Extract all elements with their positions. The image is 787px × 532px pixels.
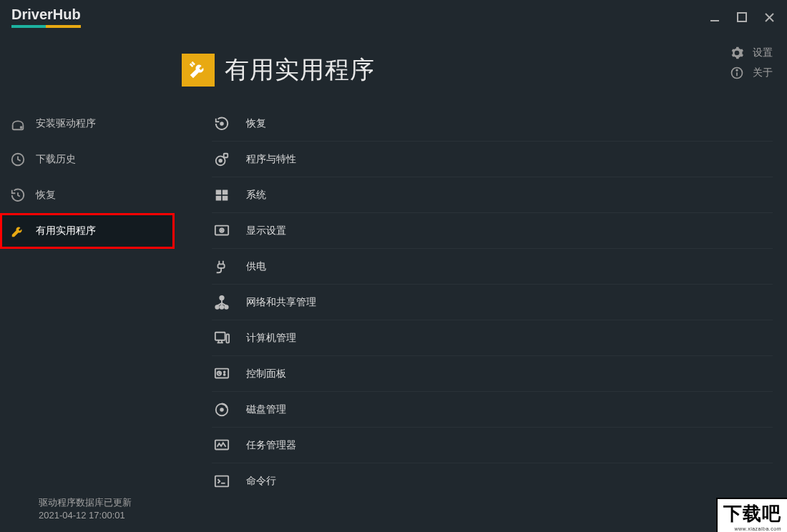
svg-point-8 bbox=[736, 69, 738, 71]
page-title-text: 有用实用程序 bbox=[225, 54, 375, 87]
svg-rect-14 bbox=[223, 189, 228, 194]
svg-point-9 bbox=[220, 122, 223, 125]
svg-point-19 bbox=[221, 230, 223, 231]
app-logo: DriverHub bbox=[11, 6, 81, 28]
tool-label: 网络和共享管理 bbox=[246, 296, 316, 309]
about-button[interactable]: 关于 bbox=[730, 66, 773, 80]
tool-label: 任务管理器 bbox=[246, 439, 296, 452]
content-header: 有用实用程序 设置 关于 bbox=[175, 34, 787, 106]
minimize-icon[interactable] bbox=[708, 11, 721, 24]
settings-label: 设置 bbox=[753, 46, 773, 59]
tool-label: 系统 bbox=[246, 189, 266, 202]
sidebar-item-label: 下载历史 bbox=[36, 153, 76, 166]
tool-label: 显示设置 bbox=[246, 225, 286, 237]
restore-icon bbox=[212, 116, 232, 132]
tools-icon bbox=[182, 54, 215, 87]
monitor-icon bbox=[212, 330, 232, 346]
tool-label: 供电 bbox=[246, 260, 266, 273]
tool-label: 计算机管理 bbox=[246, 332, 296, 345]
content: 有用实用程序 设置 关于 bbox=[175, 34, 787, 532]
tool-network[interactable]: 网络和共享管理 bbox=[212, 285, 773, 320]
svg-point-22 bbox=[215, 305, 219, 309]
display-icon bbox=[212, 223, 232, 239]
tool-list: 恢复 程序与特性 系统 显示设置 bbox=[175, 106, 787, 499]
sidebar-item-utilities[interactable]: 有用实用程序 bbox=[0, 213, 175, 249]
sidebar-item-label: 安装驱动程序 bbox=[36, 117, 96, 130]
tool-command-line[interactable]: 命令行 bbox=[212, 463, 773, 499]
svg-point-4 bbox=[21, 127, 22, 128]
clock-icon bbox=[0, 152, 36, 167]
tool-power[interactable]: 供电 bbox=[212, 249, 773, 285]
power-plug-icon bbox=[212, 259, 232, 275]
tool-disk-management[interactable]: 磁盘管理 bbox=[212, 392, 773, 428]
sidebar-footer: 驱动程序数据库已更新 2021-04-12 17:00:01 bbox=[0, 496, 175, 532]
svg-rect-25 bbox=[215, 332, 225, 340]
tool-display[interactable]: 显示设置 bbox=[212, 213, 773, 249]
tool-label: 恢复 bbox=[246, 117, 266, 130]
svg-rect-34 bbox=[215, 476, 228, 487]
tool-label: 磁盘管理 bbox=[246, 403, 286, 416]
activity-icon bbox=[212, 438, 232, 453]
disk-drive-icon bbox=[0, 116, 36, 132]
watermark: 下载吧 www.xiazaiba.com bbox=[716, 498, 787, 532]
tools-icon bbox=[0, 223, 36, 239]
info-icon bbox=[730, 66, 744, 80]
svg-point-11 bbox=[219, 159, 222, 162]
svg-point-23 bbox=[220, 305, 224, 309]
title-bar: DriverHub bbox=[0, 0, 787, 34]
main: 安装驱动程序 下载历史 恢复 有用实用程 bbox=[0, 34, 787, 532]
about-label: 关于 bbox=[753, 66, 773, 79]
sidebar-item-restore[interactable]: 恢复 bbox=[0, 177, 175, 213]
tool-programs-features[interactable]: 程序与特性 bbox=[212, 142, 773, 177]
footer-timestamp: 2021-04-12 17:00:01 bbox=[39, 509, 175, 522]
svg-rect-16 bbox=[223, 195, 228, 200]
tool-system[interactable]: 系统 bbox=[212, 177, 773, 213]
tool-computer-management[interactable]: 计算机管理 bbox=[212, 320, 773, 356]
maximize-icon[interactable] bbox=[735, 11, 748, 24]
svg-rect-12 bbox=[224, 153, 228, 157]
tool-restore[interactable]: 恢复 bbox=[212, 106, 773, 142]
svg-point-30 bbox=[224, 374, 225, 375]
svg-point-21 bbox=[220, 295, 224, 300]
tool-control-panel[interactable]: 控制面板 bbox=[212, 356, 773, 392]
sidebar-item-history[interactable]: 下载历史 bbox=[0, 142, 175, 177]
sidebar-item-install[interactable]: 安装驱动程序 bbox=[0, 106, 175, 142]
tool-task-manager[interactable]: 任务管理器 bbox=[212, 428, 773, 463]
windows-icon bbox=[212, 188, 232, 202]
sidebar-item-label: 有用实用程序 bbox=[36, 225, 96, 237]
watermark-text: 下载吧 bbox=[723, 501, 781, 526]
svg-point-32 bbox=[220, 408, 223, 411]
window-controls bbox=[708, 11, 776, 24]
svg-rect-26 bbox=[226, 334, 229, 343]
tool-label: 命令行 bbox=[246, 475, 276, 488]
tool-label: 程序与特性 bbox=[246, 153, 296, 166]
top-actions: 设置 关于 bbox=[730, 46, 773, 80]
page-title: 有用实用程序 bbox=[182, 54, 375, 87]
svg-rect-13 bbox=[216, 189, 222, 194]
terminal-icon bbox=[212, 473, 232, 489]
svg-point-29 bbox=[224, 371, 225, 373]
disc-icon bbox=[212, 152, 232, 167]
disc-icon bbox=[212, 402, 232, 418]
settings-button[interactable]: 设置 bbox=[730, 46, 773, 60]
footer-status: 驱动程序数据库已更新 bbox=[39, 496, 175, 509]
sidebar: 安装驱动程序 下载历史 恢复 有用实用程 bbox=[0, 34, 175, 532]
svg-rect-1 bbox=[738, 13, 746, 21]
watermark-url: www.xiazaiba.com bbox=[723, 526, 781, 531]
network-icon bbox=[212, 295, 232, 310]
tool-label: 控制面板 bbox=[246, 368, 286, 380]
svg-rect-15 bbox=[216, 195, 222, 200]
svg-rect-20 bbox=[218, 264, 225, 268]
control-panel-icon bbox=[212, 366, 232, 382]
svg-point-24 bbox=[225, 305, 228, 309]
close-icon[interactable] bbox=[763, 11, 776, 24]
gear-icon bbox=[730, 46, 744, 60]
restore-icon bbox=[0, 187, 36, 203]
sidebar-item-label: 恢复 bbox=[36, 189, 56, 202]
